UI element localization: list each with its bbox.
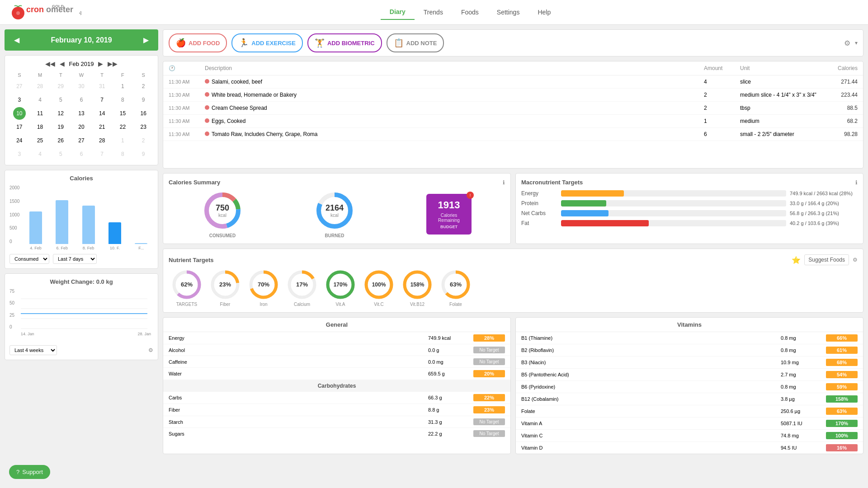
bar-group — [129, 243, 153, 244]
calories-info-icon[interactable]: ℹ — [503, 179, 505, 186]
support-button[interactable]: ? Support — [9, 465, 50, 479]
cal-next-next-button[interactable]: ▶▶ — [108, 60, 118, 67]
cal-day[interactable]: 21 — [96, 121, 108, 133]
calendar-grid: S M T W T F S 27 28 29 30 31 1 2 3 4 5 6 — [9, 71, 153, 160]
cal-day[interactable]: 4 — [34, 148, 47, 160]
macro-row-fat: Fat 40.2 g / 103.6 g (39%) — [521, 220, 858, 226]
cal-day[interactable]: 27 — [13, 80, 26, 93]
nav-settings[interactable]: Settings — [488, 5, 529, 19]
cal-day[interactable]: 4 — [34, 94, 47, 106]
cal-day[interactable]: 22 — [116, 121, 129, 133]
cal-day[interactable]: 14 — [96, 107, 108, 120]
diary-time: 11:30 AM — [169, 105, 205, 111]
bar-group — [50, 200, 74, 244]
donut-row: 750 kcal CONSUMED — [169, 190, 505, 238]
cal-day[interactable]: 20 — [75, 121, 88, 133]
cal-day[interactable]: 28 — [96, 134, 108, 147]
carb-section-title: Carbohydrates — [163, 380, 510, 392]
cal-day[interactable]: 7 — [96, 94, 108, 106]
cal-day[interactable]: 17 — [13, 121, 26, 133]
cal-day[interactable]: 25 — [34, 134, 47, 147]
cal-day[interactable]: 15 — [116, 107, 129, 120]
cal-day[interactable]: 31 — [96, 80, 108, 93]
macro-info-icon[interactable]: ℹ — [855, 179, 858, 186]
cal-prev-button[interactable]: ◀ — [60, 60, 65, 67]
nav-foods[interactable]: Foods — [452, 5, 488, 19]
nt-pct-b6: 59% — [826, 383, 858, 390]
chart-type-select[interactable]: Consumed Burned Net — [9, 254, 49, 264]
cal-day[interactable]: 6 — [75, 94, 88, 106]
logo: cron ometer GOLD — [9, 3, 81, 21]
nt-row-b12: B12 (Cobalamin) 3.8 µg 158% — [516, 393, 863, 405]
cal-day[interactable]: 7 — [96, 148, 108, 160]
suggest-foods-button[interactable]: Suggest Foods — [804, 254, 849, 265]
cal-day[interactable]: 6 — [75, 148, 88, 160]
cal-day[interactable]: 26 — [54, 134, 67, 147]
cal-day[interactable]: 3 — [13, 94, 26, 106]
cal-day[interactable]: 13 — [75, 107, 88, 120]
cal-day[interactable]: 23 — [137, 121, 150, 133]
cal-day[interactable]: 16 — [137, 107, 150, 120]
add-note-button[interactable]: 📋 ADD NOTE — [387, 33, 444, 52]
cal-day[interactable]: 30 — [75, 80, 88, 93]
cal-day[interactable]: 5 — [54, 94, 67, 106]
cal-day[interactable]: 9 — [137, 148, 150, 160]
cal-day[interactable]: 2 — [137, 134, 150, 147]
diary-settings-icon[interactable]: ⚙ — [844, 39, 850, 47]
add-biometric-button[interactable]: 🏋 ADD BIOMETRIC — [307, 33, 382, 52]
nt-pct-sugars: No Target — [473, 430, 505, 437]
add-food-button[interactable]: 🍎 ADD FOOD — [169, 33, 227, 52]
cal-day[interactable]: 2 — [137, 80, 150, 93]
add-exercise-button[interactable]: 🏃 ADD EXERCISE — [231, 33, 303, 52]
cal-day[interactable]: 24 — [13, 134, 26, 147]
diary-row[interactable]: 11:30 AM Salami, cooked, beef 4 slice 27… — [163, 75, 863, 89]
nav-diary[interactable]: Diary — [381, 5, 415, 20]
cal-day[interactable]: 12 — [54, 107, 67, 120]
nav-trends[interactable]: Trends — [415, 5, 452, 19]
circle-targets: 62% TARGETS — [169, 269, 205, 307]
add-note-label: ADD NOTE — [406, 40, 437, 47]
nt-pct-b2: 61% — [826, 347, 858, 354]
nav-help[interactable]: Help — [528, 5, 560, 19]
weight-controls: Last 4 weeks Last 8 weeks Last 12 weeks … — [9, 345, 153, 355]
cal-day[interactable]: 5 — [54, 148, 67, 160]
diary-food-name: Eggs, Cooked — [205, 118, 704, 124]
cal-day[interactable]: 11 — [34, 107, 47, 120]
cal-header-f: F — [113, 71, 133, 79]
cal-day[interactable]: 19 — [54, 121, 67, 133]
nutrient-targets-panel: Nutrient Targets ⭐ Suggest Foods ⚙ 62% T… — [163, 249, 863, 313]
diary-col-calories: Calories — [821, 65, 858, 71]
prev-day-button[interactable]: ◀ — [11, 35, 22, 45]
diary-calories: 68.2 — [821, 118, 858, 124]
diary-row[interactable]: 11:30 AM Tomato Raw, Includes Cherry, Gr… — [163, 128, 863, 141]
cal-day[interactable]: 8 — [116, 94, 129, 106]
cal-day[interactable]: 3 — [13, 148, 26, 160]
cal-day-today[interactable]: 10 — [13, 107, 26, 120]
diary-row[interactable]: 11:30 AM Cream Cheese Spread 2 tbsp 88.5 — [163, 102, 863, 115]
cal-day[interactable]: 1 — [116, 134, 129, 147]
cal-day[interactable]: 1 — [116, 80, 129, 93]
diary-col-unit: Unit — [740, 65, 821, 71]
chart-period-select[interactable]: Last 7 days Last 14 days Last 30 days — [53, 254, 97, 264]
cal-next-button[interactable]: ▶ — [98, 60, 103, 67]
diary-menu-icon[interactable]: ▾ — [855, 40, 858, 46]
calories-section: Calories 2000 1500 1000 500 0 — [5, 170, 158, 269]
next-day-button[interactable]: ▶ — [141, 35, 151, 45]
macro-netcarbs-bar — [561, 210, 609, 216]
cal-day[interactable]: 8 — [116, 148, 129, 160]
right-panel: 🍎 ADD FOOD 🏃 ADD EXERCISE 🏋 ADD BIOMETRI… — [163, 29, 863, 454]
diary-row[interactable]: 11:30 AM White bread, Homemade or Bakery… — [163, 89, 863, 102]
cal-day[interactable]: 29 — [54, 80, 67, 93]
diary-row[interactable]: 11:30 AM Eggs, Cooked 1 medium 68.2 — [163, 115, 863, 128]
nutrient-settings-icon[interactable]: ⚙ — [853, 257, 858, 263]
cal-day[interactable]: 28 — [34, 80, 47, 93]
cal-prev-prev-button[interactable]: ◀◀ — [45, 60, 55, 67]
cal-day[interactable]: 9 — [137, 94, 150, 106]
cal-day[interactable]: 18 — [34, 121, 47, 133]
macro-row-energy: Energy 749.9 kcal / 2663 kcal (28%) — [521, 190, 858, 197]
main-nav: Diary Trends Foods Settings Help — [381, 5, 560, 20]
weight-period-select[interactable]: Last 4 weeks Last 8 weeks Last 12 weeks — [9, 345, 57, 355]
weight-settings-icon[interactable]: ⚙ — [148, 347, 153, 353]
cal-day[interactable]: 27 — [75, 134, 88, 147]
diary-col-amount: Amount — [704, 65, 740, 71]
